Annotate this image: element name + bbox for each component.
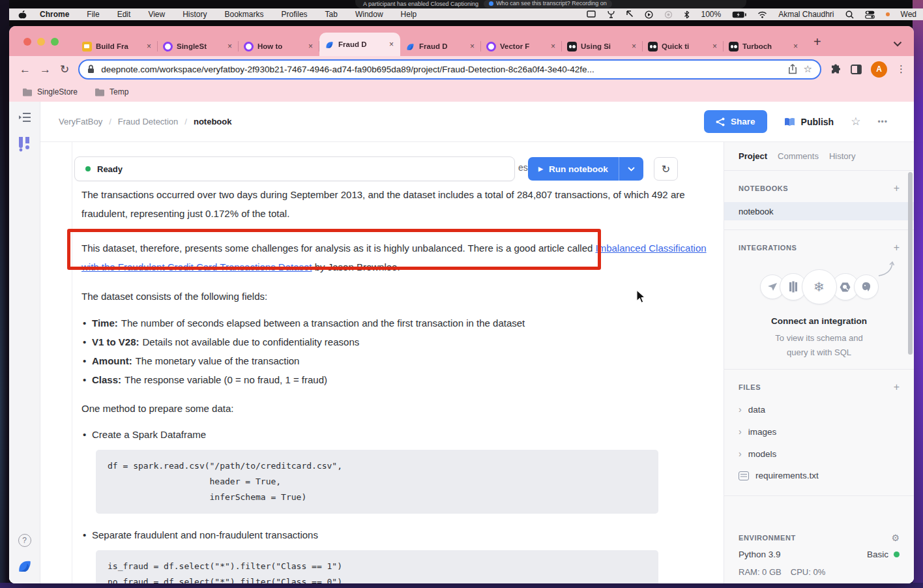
tab-close-icon[interactable]: × — [792, 42, 799, 51]
add-integration-button[interactable]: + — [894, 242, 900, 254]
share-nodes-icon — [716, 117, 725, 126]
tab-close-icon[interactable]: × — [145, 42, 153, 51]
tab-vector[interactable]: Vector F × — [481, 37, 562, 56]
page-scrollbar-thumb[interactable] — [908, 172, 913, 355]
share-page-icon[interactable] — [788, 64, 797, 74]
tab-close-icon[interactable]: × — [469, 42, 476, 51]
menu-view[interactable]: View — [148, 10, 165, 19]
tab-quick-tips[interactable]: Quick ti × — [643, 37, 724, 56]
app-status-icon[interactable] — [607, 10, 615, 18]
bookmark-folder-temp[interactable]: Temp — [95, 87, 128, 96]
code-block-filter[interactable]: is_fraud = df.select("*").filter("Class … — [96, 550, 658, 583]
files-title: FILES — [739, 383, 761, 391]
bluetooth-icon[interactable] — [684, 10, 690, 19]
connect-integration-cta[interactable]: Connect an integration — [724, 316, 914, 326]
notebook-list-item[interactable]: notebook — [724, 202, 914, 220]
favorite-star-icon[interactable]: ☆ — [851, 115, 860, 128]
menu-chrome[interactable]: Chrome — [40, 10, 69, 19]
control-center-icon[interactable] — [865, 10, 875, 19]
apple-icon[interactable] — [18, 10, 27, 20]
lock-icon[interactable] — [87, 65, 95, 74]
tab-project[interactable]: Project — [739, 151, 767, 161]
run-options-chevron-icon[interactable] — [619, 167, 643, 171]
browser-menu-icon[interactable]: ⋮ — [896, 63, 906, 75]
integrations-title: INTEGRATIONS — [739, 244, 797, 252]
address-bar[interactable]: deepnote.com/workspace/veryfatboy-2f930b… — [78, 59, 821, 80]
airplay-icon[interactable] — [664, 10, 673, 19]
tab-close-icon[interactable]: × — [630, 42, 637, 51]
deepnote-logo[interactable] — [16, 557, 33, 574]
transcript-icon — [489, 1, 493, 6]
menu-profiles[interactable]: Profiles — [282, 10, 308, 19]
tab-close-icon[interactable]: × — [711, 42, 718, 51]
add-file-button[interactable]: + — [894, 381, 900, 393]
menu-file[interactable]: File — [87, 10, 99, 19]
maximize-window-button[interactable] — [51, 38, 59, 46]
breadcrumb-workspace[interactable]: VeryFatBoy — [59, 117, 102, 126]
reload-button[interactable]: ↻ — [60, 64, 69, 75]
menubar-username[interactable]: Akmal Chaudhri — [778, 10, 834, 19]
tab-build-fraud[interactable]: Build Fra × — [77, 37, 158, 56]
share-button[interactable]: Share — [704, 110, 767, 133]
display-icon[interactable] — [587, 10, 596, 18]
folder-data[interactable]: › data — [724, 398, 914, 420]
tab-close-icon[interactable]: × — [307, 42, 314, 51]
integrations-section: INTEGRATIONS + ❄ — [724, 230, 914, 370]
forward-button[interactable]: → — [40, 64, 51, 75]
tab-history[interactable]: History — [829, 151, 855, 161]
bookmark-star-icon[interactable]: ☆ — [804, 63, 812, 75]
menu-tab[interactable]: Tab — [325, 10, 338, 19]
tab-using-si[interactable]: Using Si × — [562, 37, 643, 56]
environment-settings-icon[interactable]: ⚙ — [891, 533, 900, 543]
sidebar-toggle-icon[interactable] — [18, 112, 31, 123]
menu-bookmarks[interactable]: Bookmarks — [225, 10, 264, 19]
file-requirements[interactable]: requirements.txt — [724, 465, 914, 486]
code-block-read-csv[interactable]: df = spark.read.csv("/path/to/creditcard… — [96, 450, 658, 514]
url-text[interactable]: deepnote.com/workspace/veryfatboy-2f930b… — [101, 65, 781, 74]
add-notebook-button[interactable]: + — [894, 183, 900, 194]
tab-close-icon[interactable]: × — [549, 42, 557, 51]
search-icon[interactable] — [845, 10, 854, 19]
workspace-logo-icon[interactable] — [17, 136, 33, 153]
menu-history[interactable]: History — [183, 10, 207, 19]
tab-search-chevron-icon[interactable] — [893, 41, 902, 47]
bookmark-folder-singlestore[interactable]: SingleStore — [22, 87, 78, 96]
tab-comments[interactable]: Comments — [778, 151, 819, 161]
breadcrumb-project[interactable]: Fraud Detection — [118, 117, 179, 126]
tab-fraud-detection-active[interactable]: Fraud D × — [319, 33, 400, 56]
paragraph-fields-intro: The dataset consists of the following fi… — [81, 287, 708, 306]
machine-status-bar[interactable]: Ready — [74, 156, 515, 181]
folder-models[interactable]: › models — [724, 443, 914, 465]
help-button[interactable]: ? — [18, 534, 31, 547]
tab-fraud-detection-2[interactable]: Fraud D × — [400, 37, 481, 56]
menu-help[interactable]: Help — [401, 10, 417, 19]
tab-close-icon[interactable]: × — [388, 40, 395, 49]
publish-button[interactable]: Publish — [784, 117, 834, 127]
meeting-caption-bar: A participant has enabled Closed Caption… — [355, 0, 746, 8]
more-options-icon[interactable]: ••• — [877, 117, 888, 126]
new-tab-button[interactable]: + — [813, 35, 821, 48]
side-panel-icon[interactable] — [851, 65, 862, 74]
profile-avatar[interactable]: A — [871, 61, 887, 78]
menu-window[interactable]: Window — [355, 10, 383, 19]
tab-how-to[interactable]: How to × — [239, 37, 319, 56]
close-window-button[interactable] — [23, 38, 31, 46]
tab-close-icon[interactable]: × — [226, 42, 233, 51]
tab-turboch[interactable]: Turboch × — [724, 37, 804, 56]
back-button[interactable]: ← — [20, 64, 31, 75]
refresh-button[interactable]: ↻ — [654, 157, 678, 181]
runtime-label[interactable]: Python 3.9 — [739, 550, 781, 559]
wifi-icon[interactable] — [757, 11, 767, 18]
play-circle-icon[interactable] — [645, 10, 653, 19]
minimize-window-button[interactable] — [37, 38, 45, 46]
browser-toolbar: ← → ↻ deepnote.com/workspace/veryfatboy-… — [9, 56, 914, 82]
folder-images[interactable]: › images — [724, 420, 914, 443]
run-notebook-button[interactable]: ▶ Run notebook — [528, 157, 643, 181]
field-time: Time:The number of seconds elapsed betwe… — [81, 314, 708, 332]
breadcrumb-notebook[interactable]: notebook — [194, 117, 232, 126]
tab-singlestore[interactable]: SingleSt × — [158, 37, 239, 56]
machine-status-dot — [894, 551, 900, 557]
menu-edit[interactable]: Edit — [117, 10, 131, 19]
pointer-icon[interactable] — [626, 10, 634, 18]
extensions-icon[interactable] — [830, 64, 842, 75]
